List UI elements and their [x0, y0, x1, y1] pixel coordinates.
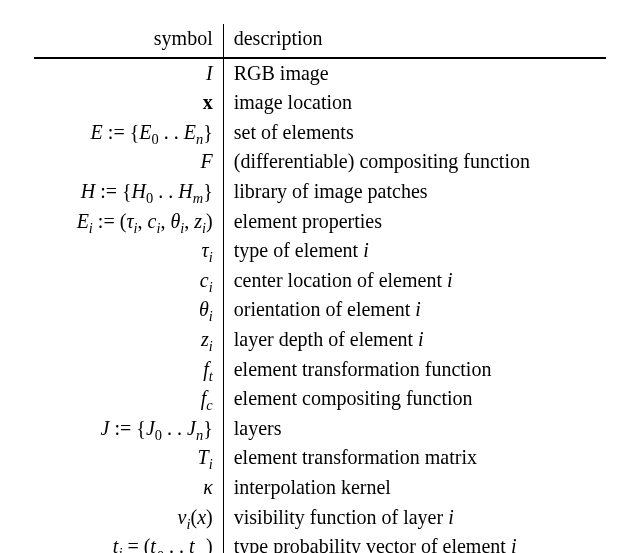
- table-row: ft element transformation function: [34, 355, 606, 385]
- sym-I: I: [206, 62, 213, 84]
- table-row: Ei := (τi, ci, θi, zi) element propertie…: [34, 207, 606, 237]
- table-row: θi orientation of element i: [34, 295, 606, 325]
- symbol-cell: I: [34, 59, 223, 89]
- desc-cell: image location: [223, 88, 606, 118]
- notation-table: symbol description I RGB image x image l…: [34, 24, 606, 553]
- desc-cell: type probability vector of element i: [223, 532, 606, 553]
- header-symbol: symbol: [34, 24, 223, 57]
- sym-cal-E: E: [91, 121, 103, 143]
- sym-cal-H: H: [81, 180, 95, 202]
- symbol-cell: ft: [34, 355, 223, 385]
- symbol-cell: J := {J0 . . Jn}: [34, 414, 223, 444]
- desc-cell: orientation of element i: [223, 295, 606, 325]
- symbol-cell: θi: [34, 295, 223, 325]
- table-row: F (differentiable) compositing function: [34, 147, 606, 177]
- desc-cell: element transformation function: [223, 355, 606, 385]
- symbol-cell: ci: [34, 266, 223, 296]
- table-row: ti = (t0i . . tmi) type probability vect…: [34, 532, 606, 553]
- table-row: x image location: [34, 88, 606, 118]
- desc-cell: library of image patches: [223, 177, 606, 207]
- sym-x: x: [203, 91, 213, 113]
- table-row: zi layer depth of element i: [34, 325, 606, 355]
- symbol-cell: E := {E0 . . En}: [34, 118, 223, 148]
- desc-cell: interpolation kernel: [223, 473, 606, 503]
- symbol-cell: τi: [34, 236, 223, 266]
- desc-cell: RGB image: [223, 59, 606, 89]
- table-row: fc element compositing function: [34, 384, 606, 414]
- desc-cell: element compositing function: [223, 384, 606, 414]
- symbol-cell: Ti: [34, 443, 223, 473]
- symbol-cell: ti = (t0i . . tmi): [34, 532, 223, 553]
- symbol-cell: κ: [34, 473, 223, 503]
- symbol-cell: zi: [34, 325, 223, 355]
- desc-cell: set of elements: [223, 118, 606, 148]
- symbol-cell: H := {H0 . . Hm}: [34, 177, 223, 207]
- table-row: J := {J0 . . Jn} layers: [34, 414, 606, 444]
- desc-cell: element properties: [223, 207, 606, 237]
- table-header-row: symbol description: [34, 24, 606, 57]
- symbol-cell: fc: [34, 384, 223, 414]
- table-row: H := {H0 . . Hm} library of image patche…: [34, 177, 606, 207]
- table-row: E := {E0 . . En} set of elements: [34, 118, 606, 148]
- desc-cell: layers: [223, 414, 606, 444]
- table-row: τi type of element i: [34, 236, 606, 266]
- table-row: I RGB image: [34, 59, 606, 89]
- notation-table-container: symbol description I RGB image x image l…: [0, 0, 640, 553]
- header-description: description: [223, 24, 606, 57]
- table-row: vi(x) visibility function of layer i: [34, 503, 606, 533]
- desc-cell: visibility function of layer i: [223, 503, 606, 533]
- symbol-cell: Ei := (τi, ci, θi, zi): [34, 207, 223, 237]
- sym-cal-F: F: [201, 150, 213, 172]
- desc-cell: (differentiable) compositing function: [223, 147, 606, 177]
- desc-cell: layer depth of element i: [223, 325, 606, 355]
- symbol-cell: x: [34, 88, 223, 118]
- desc-cell: element transformation matrix: [223, 443, 606, 473]
- symbol-cell: vi(x): [34, 503, 223, 533]
- desc-cell: center location of element i: [223, 266, 606, 296]
- table-row: κ interpolation kernel: [34, 473, 606, 503]
- table-row: Ti element transformation matrix: [34, 443, 606, 473]
- table-row: ci center location of element i: [34, 266, 606, 296]
- desc-cell: type of element i: [223, 236, 606, 266]
- symbol-cell: F: [34, 147, 223, 177]
